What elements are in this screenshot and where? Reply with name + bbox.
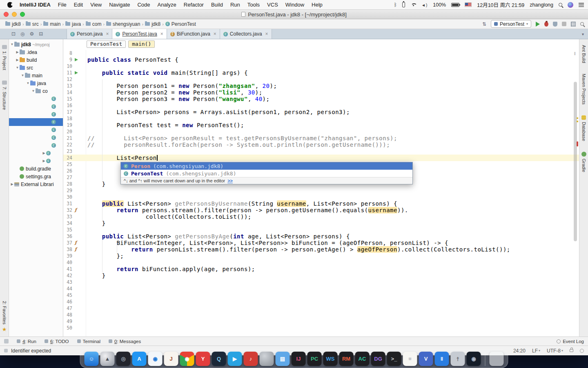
menu-item[interactable]: Analyze <box>154 2 180 8</box>
tool-stripe-button[interactable]: Ant Build <box>581 45 586 63</box>
dock-qq-icon[interactable]: Q <box>212 352 226 366</box>
dock-terminal-icon[interactable]: >_ <box>387 352 401 366</box>
flag-icon[interactable] <box>465 2 472 7</box>
breadcrumb-item[interactable]: java <box>64 21 82 27</box>
sort-icon[interactable]: ⇅ <box>482 21 486 27</box>
menu-item[interactable]: Code <box>134 2 154 8</box>
code-line[interactable]: 35 <box>63 227 579 233</box>
code-line[interactable]: 42 } <box>63 272 579 279</box>
lock-icon[interactable] <box>570 349 573 352</box>
dock-blue-doc-icon[interactable]: ▤ <box>276 352 290 366</box>
tool-stripe-button[interactable]: Database <box>581 115 586 141</box>
editor-tab[interactable]: cPersonTest.java× <box>112 29 167 39</box>
code-area[interactable]: 89public class PersonTest {1011 public s… <box>63 50 579 331</box>
dock-rubymine-icon[interactable]: RM <box>339 352 354 366</box>
menu-item[interactable]: Edit <box>70 2 87 8</box>
dock-webstorm-icon[interactable]: WS <box>323 352 338 366</box>
completion-item[interactable]: cPerson(com.shengsiyuan.jdk8) <box>121 162 412 170</box>
tab-list-icon[interactable]: ▾ <box>582 32 584 36</box>
tree-row[interactable]: ▼src <box>9 64 63 72</box>
wifi-icon[interactable] <box>410 3 416 7</box>
tool-stripe-button[interactable]: 2: Favorites★ <box>2 301 7 332</box>
breadcrumb-item[interactable]: shengsiyuan <box>105 21 141 27</box>
stop-button[interactable] <box>562 22 566 26</box>
editor[interactable]: PersonTest main() 89public class PersonT… <box>63 39 579 337</box>
breadcrumb-item[interactable]: src <box>24 21 40 27</box>
code-line[interactable]: 48 <box>63 312 579 318</box>
run-button[interactable] <box>536 22 540 27</box>
error-stripe-mark[interactable] <box>577 141 578 146</box>
tree-row[interactable]: c <box>9 118 63 126</box>
siri-icon[interactable] <box>568 2 573 8</box>
breadcrumb-class[interactable]: PersonTest <box>87 40 126 48</box>
gutter-marker-icon[interactable]: ƒ <box>75 240 77 245</box>
tree-row[interactable]: ▼co <box>9 87 63 95</box>
code-line[interactable]: 23 <box>63 148 579 155</box>
code-line[interactable]: 44 <box>63 285 579 292</box>
dock-steam-icon[interactable]: ◉ <box>467 352 481 366</box>
close-tab-icon[interactable]: × <box>106 31 109 37</box>
code-line[interactable]: 39 }; <box>63 253 579 259</box>
warning-stripe-mark[interactable] <box>577 117 578 119</box>
completion-hint-link[interactable]: >> <box>227 178 233 183</box>
code-line[interactable]: 12 <box>63 76 579 83</box>
editor-tab[interactable]: cPerson.java× <box>67 29 112 39</box>
chevron-collapsed-icon[interactable]: ▶ <box>42 159 46 163</box>
chevron-collapsed-icon[interactable]: ▶ <box>15 50 20 54</box>
breadcrumb-item[interactable]: main <box>42 21 62 27</box>
dock-pycharm-icon[interactable]: PC <box>307 352 322 366</box>
code-line[interactable]: 13 Person person1 = new Person("zhangsan… <box>63 83 579 89</box>
tree-row[interactable]: ▶c <box>9 157 63 165</box>
editor-tab[interactable]: cCollectors.java× <box>220 29 272 39</box>
tool-stripe-button[interactable]: Gradle <box>581 152 586 172</box>
tool-windows-grid-icon[interactable] <box>571 22 576 27</box>
coverage-button[interactable] <box>553 22 557 27</box>
tree-row[interactable]: ▶build <box>9 56 63 64</box>
code-line[interactable]: 22// personResult.forEach(person -> Syst… <box>63 141 579 148</box>
code-line[interactable]: 37ƒ BiFunction<Integer, List<Person>, Li… <box>63 240 579 246</box>
close-tab-icon[interactable]: × <box>265 31 268 37</box>
dock-utility-icon[interactable]: † <box>451 352 465 366</box>
code-line[interactable]: 45 <box>63 292 579 298</box>
tree-row[interactable]: c <box>9 110 63 118</box>
code-line[interactable]: 11 public static void main(String[] args… <box>63 70 579 76</box>
locate-icon[interactable]: ◎ <box>20 31 24 37</box>
collapse-icon[interactable]: ⊟ <box>39 31 43 37</box>
code-line[interactable]: 38ƒ return personList.stream().filter(pe… <box>63 246 579 253</box>
dock-safari-icon[interactable]: ◉ <box>148 352 163 366</box>
dock-intellij-icon[interactable]: IJ <box>292 352 306 366</box>
run-gutter-icon[interactable] <box>75 71 78 74</box>
code-line[interactable]: 15 Person person3 = new Person("wangwu",… <box>63 96 579 102</box>
menu-item[interactable]: Help <box>308 2 326 8</box>
status-battery-percent[interactable]: 100% <box>433 2 446 8</box>
dock-finder-icon[interactable]: ☺ <box>85 352 99 366</box>
debug-button[interactable] <box>544 22 548 27</box>
chevron-collapsed-icon[interactable]: ▶ <box>15 58 20 62</box>
chevron-expanded-icon[interactable]: ▼ <box>15 66 20 70</box>
dock-chrome-icon[interactable]: ◉ <box>180 352 194 366</box>
menu-item[interactable]: IntelliJ IDEA <box>16 2 54 8</box>
tree-row[interactable]: c <box>9 103 63 110</box>
code-line[interactable]: 18 <box>63 115 579 122</box>
code-line[interactable]: 9public class PersonTest { <box>63 56 579 63</box>
tool-stripe-button[interactable]: 7: Structure <box>2 81 7 110</box>
editor-scrollbar[interactable] <box>574 82 577 241</box>
apple-menu-icon[interactable] <box>7 2 13 8</box>
code-line[interactable]: 20 <box>63 128 579 135</box>
search-everywhere-icon[interactable] <box>580 22 584 26</box>
menu-item[interactable]: Navigate <box>105 2 134 8</box>
menu-item[interactable]: Window <box>282 2 308 8</box>
dock-dark-browser-icon[interactable]: ◎ <box>116 352 131 366</box>
menu-item[interactable]: VCS <box>263 2 282 8</box>
breadcrumb-item[interactable]: jdk8 <box>144 21 162 27</box>
tree-row[interactable]: c <box>9 134 63 141</box>
volume-icon[interactable] <box>421 2 428 8</box>
code-line[interactable]: 47 <box>63 305 579 312</box>
dock-telegram-icon[interactable]: ▶ <box>228 352 242 366</box>
tool-stripe-button[interactable]: 1: Project <box>2 45 7 70</box>
menu-item[interactable]: File <box>54 2 70 8</box>
code-line[interactable]: 36 public List<Person> getPersonsByAge(i… <box>63 233 579 240</box>
breadcrumb-item[interactable]: com <box>85 21 103 27</box>
menu-item[interactable]: Refactor <box>180 2 207 8</box>
code-line[interactable]: 46 <box>63 298 579 305</box>
